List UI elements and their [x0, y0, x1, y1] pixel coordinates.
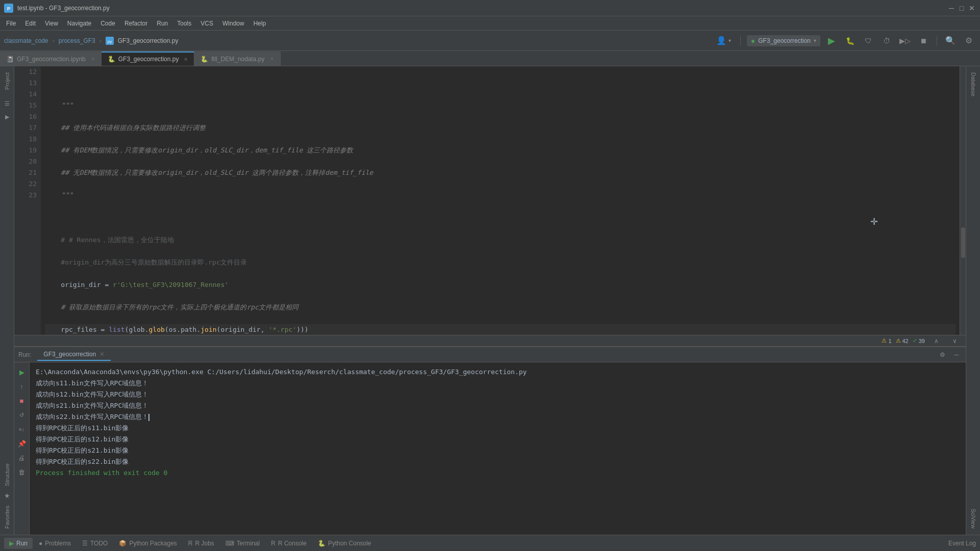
settings-button[interactable]: ⚙	[962, 34, 976, 48]
svg-text:P: P	[7, 6, 10, 11]
close-button[interactable]: ✕	[968, 4, 976, 12]
app-icon: P	[4, 4, 13, 13]
left-sidebar: Project ☰ ▶ Structure ★ Favorites	[0, 66, 14, 535]
run-output: E:\Anaconda\Anaconda3\envs\py36\python.e…	[30, 362, 966, 535]
tab-close-ipynb[interactable]: ✕	[91, 56, 95, 62]
code-line-18	[45, 212, 956, 223]
sidebar-bookmark-icon[interactable]: ★	[2, 490, 13, 502]
tab-geocorrection-py[interactable]: 🐍 GF3_geocorrection.py ✕	[102, 51, 195, 66]
error-count[interactable]: ⚠ 42	[896, 337, 909, 344]
python-packages-tab-label: Python Packages	[129, 540, 177, 547]
toolbar: classmate_code › process_GF3 › py GF3_ge…	[0, 31, 980, 51]
run-play-button[interactable]: ▶	[16, 366, 28, 378]
run-scroll-output-button[interactable]: ≡↓	[16, 424, 28, 435]
tab-label-py: GF3_geocorrection.py	[118, 56, 179, 63]
run-print-button[interactable]: 🖨	[16, 452, 28, 463]
run-pin-button[interactable]: 📌	[16, 438, 28, 449]
tab-run[interactable]: ▶ Run	[4, 538, 33, 549]
user-button[interactable]: 👤 ▾	[713, 34, 734, 48]
sidebar-favorites-label[interactable]: Favorites	[3, 504, 11, 531]
stop-button[interactable]: ⏹	[916, 34, 931, 48]
sidebar-structure-label[interactable]: Structure	[3, 461, 11, 488]
menu-window[interactable]: Window	[218, 18, 248, 29]
menu-help[interactable]: Help	[249, 18, 270, 29]
run-config-selector[interactable]: ● GF3_geocorrection ▾	[747, 35, 820, 46]
tab-geocorrection-ipynb[interactable]: 📓 GF3_geocorrection.ipynb ✕	[0, 51, 102, 66]
tab-close-py[interactable]: ✕	[184, 57, 188, 62]
output-line-3: 成功向s21.bin文件写入RPC域信息！	[36, 400, 960, 411]
problems-tab-dot: ●	[39, 540, 42, 547]
svg-text:py: py	[108, 39, 112, 44]
event-log-button[interactable]: Event Log	[948, 540, 976, 547]
title-bar: P test.ipynb - GF3_geocorrection.py ─ □ …	[0, 0, 980, 16]
ok-count[interactable]: ✓ 39	[913, 337, 925, 344]
run-panel: Run: GF3_geocorrection ✕ ⚙ ─ ▶ ↑ ■ ↺ ≡↓ …	[14, 346, 966, 535]
run-panel-tab-close[interactable]: ✕	[99, 351, 105, 358]
run-stop-button[interactable]: ■	[16, 395, 28, 406]
menu-vcs[interactable]: VCS	[196, 18, 217, 29]
menu-tools[interactable]: Tools	[173, 18, 195, 29]
code-line-19: # # Rennes，法国雷恩，全位于陆地	[45, 234, 956, 246]
run-panel-minimize[interactable]: ─	[951, 350, 962, 360]
right-sidebar: Database SciView	[966, 66, 980, 535]
r-jobs-tab-label: R Jobs	[195, 540, 214, 547]
tab-terminal[interactable]: ⌨ Terminal	[220, 538, 265, 549]
output-line-5: 得到RPC校正后的s11.bin影像	[36, 423, 960, 434]
output-line-4: 成功向s22.bin文件写入RPC域信息！	[36, 411, 960, 423]
tab-close-fill-dem[interactable]: ✕	[270, 56, 274, 62]
menu-navigate[interactable]: Navigate	[63, 18, 95, 29]
run-scroll-up-button[interactable]: ↑	[16, 381, 28, 392]
coverage-button[interactable]: 🛡	[861, 34, 875, 48]
run-sidebar: ▶ ↑ ■ ↺ ≡↓ 📌 🖨 🗑	[14, 362, 30, 535]
database-label[interactable]: Database	[969, 70, 977, 98]
menu-file[interactable]: File	[2, 18, 20, 29]
vertical-scrollbar[interactable]	[960, 66, 966, 335]
breadcrumb-classmate-code[interactable]: classmate_code	[4, 37, 48, 44]
run-button[interactable]: ▶	[824, 34, 839, 48]
code-line-20: #origin_dir为高分三号原始数据解压的目录即.rpc文件目录	[45, 257, 956, 268]
run-tab-dot: ▶	[9, 540, 14, 547]
run-rerun-button[interactable]: ↺	[16, 409, 28, 421]
menu-run[interactable]: Run	[153, 18, 172, 29]
code-content[interactable]: """ ## 使用本代码请根据自身实际数据路径进行调整 ## 有DEM数据情况，…	[41, 66, 960, 335]
sidebar-run-icon[interactable]: ▶	[2, 111, 13, 122]
more-run-button[interactable]: ▶▷	[898, 34, 912, 48]
run-delete-button[interactable]: 🗑	[16, 466, 28, 478]
tab-todo[interactable]: ☰ TODO	[77, 538, 113, 549]
menu-view[interactable]: View	[41, 18, 62, 29]
breadcrumb-process-gf3[interactable]: process_GF3	[59, 37, 95, 44]
menu-edit[interactable]: Edit	[21, 18, 40, 29]
tab-problems[interactable]: ● Problems	[34, 538, 76, 549]
debug-button[interactable]: 🐛	[843, 34, 857, 48]
sidebar-project-label[interactable]: Project	[3, 70, 11, 92]
search-everywhere-button[interactable]: 🔍	[943, 34, 958, 48]
sciview-label[interactable]: SciView	[969, 507, 977, 531]
problems-tab-label: Problems	[45, 540, 71, 547]
warning-bar: ⚠ 1 ⚠ 42 ✓ 39 ∧ ∨	[14, 335, 966, 346]
warning-count[interactable]: ⚠ 1	[882, 337, 891, 344]
menu-refactor[interactable]: Refactor	[120, 18, 152, 29]
tab-r-console[interactable]: R R Console	[266, 538, 312, 549]
run-panel-tab[interactable]: GF3_geocorrection ✕	[37, 349, 111, 361]
tab-r-jobs[interactable]: R R Jobs	[183, 538, 219, 549]
tab-fill-dem[interactable]: 🐍 fill_DEM_nodata.py ✕	[194, 51, 280, 66]
minimize-button[interactable]: ─	[947, 4, 956, 12]
tab-python-packages[interactable]: 📦 Python Packages	[114, 538, 182, 549]
tab-label-ipynb: GF3_geocorrection.ipynb	[17, 56, 86, 63]
profile-button[interactable]: ⏱	[880, 34, 894, 48]
code-line-15: ## 有DEM数据情况，只需要修改origin_dir，old_SLC_dir，…	[45, 145, 956, 156]
code-line-23: rpc_files = list(glob.glob(os.path.join(…	[45, 324, 956, 335]
menu-code[interactable]: Code	[96, 18, 119, 29]
run-tab-label: Run	[16, 540, 28, 547]
maximize-button[interactable]: □	[958, 4, 966, 12]
python-console-tab-icon: 🐍	[318, 540, 325, 547]
tab-python-console[interactable]: 🐍 Python Console	[313, 538, 376, 549]
menu-bar: File Edit View Navigate Code Refactor Ru…	[0, 16, 980, 31]
sidebar-structure-icon[interactable]: ☰	[2, 98, 13, 109]
output-line-6: 得到RPC校正后的s12.bin影像	[36, 434, 960, 445]
event-log-label: Event Log	[948, 540, 976, 547]
run-panel-settings[interactable]: ⚙	[937, 350, 947, 360]
breadcrumb-current-file[interactable]: GF3_geocorrection.py	[118, 37, 179, 44]
python-packages-tab-icon: 📦	[119, 540, 127, 547]
warn-count-number: 1	[888, 338, 891, 344]
